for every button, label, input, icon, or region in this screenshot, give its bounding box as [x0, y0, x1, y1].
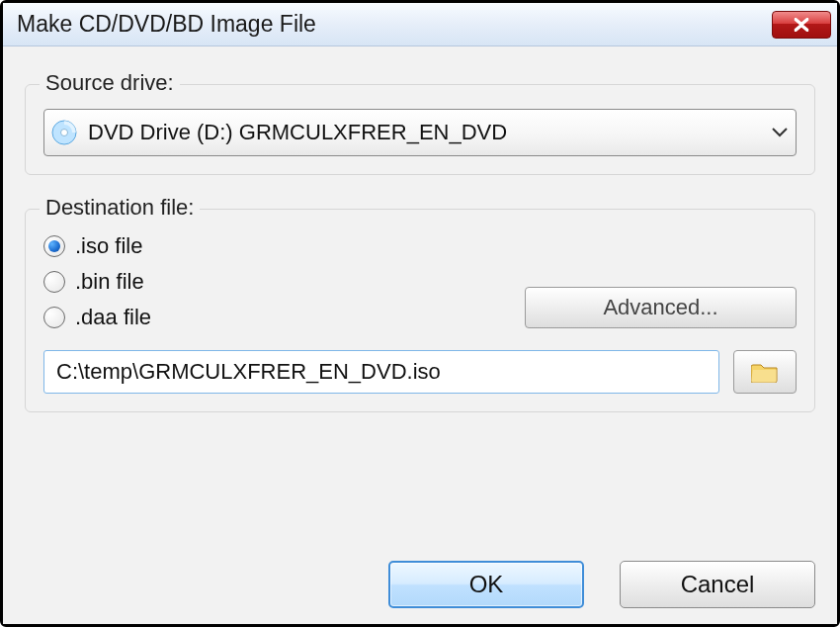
source-drive-group: Source drive: DVD Drive (D:) GRMCULXFRER…	[25, 84, 815, 175]
destination-path-row	[43, 350, 797, 394]
radio-daa[interactable]: .daa file	[43, 305, 509, 330]
destination-file-label: Destination file:	[40, 195, 200, 221]
radio-bin-label: .bin file	[75, 269, 144, 295]
dropdown-caret-icon	[772, 128, 788, 137]
client-area: Source drive: DVD Drive (D:) GRMCULXFRER…	[3, 46, 837, 624]
folder-icon	[751, 361, 779, 383]
radio-bin-input[interactable]	[43, 271, 65, 293]
title-bar: Make CD/DVD/BD Image File	[3, 3, 837, 46]
file-type-radios: .iso file .bin file .daa file	[43, 233, 509, 330]
radio-bin[interactable]: .bin file	[43, 269, 509, 295]
dialog-window: Make CD/DVD/BD Image File Source drive:	[0, 0, 840, 627]
destination-options-row: .iso file .bin file .daa file Advanced..…	[43, 233, 797, 330]
close-icon	[793, 18, 810, 32]
window-title: Make CD/DVD/BD Image File	[17, 11, 772, 38]
svg-point-1	[61, 130, 68, 136]
advanced-button-label: Advanced...	[603, 295, 717, 320]
radio-daa-label: .daa file	[75, 305, 151, 330]
ok-button-label: OK	[469, 571, 504, 598]
source-drive-combobox[interactable]: DVD Drive (D:) GRMCULXFRER_EN_DVD	[43, 109, 797, 156]
radio-iso[interactable]: .iso file	[43, 233, 509, 259]
radio-iso-input[interactable]	[43, 235, 65, 257]
radio-daa-input[interactable]	[43, 307, 65, 328]
destination-path-input[interactable]	[43, 350, 719, 394]
source-drive-label: Source drive:	[40, 70, 180, 96]
advanced-button[interactable]: Advanced...	[525, 287, 797, 328]
cancel-button-label: Cancel	[681, 571, 755, 598]
destination-file-group: Destination file: .iso file .bin file .d…	[25, 209, 815, 412]
close-button[interactable]	[772, 11, 831, 39]
radio-iso-label: .iso file	[75, 233, 142, 259]
browse-button[interactable]	[733, 350, 797, 394]
cancel-button[interactable]: Cancel	[620, 561, 815, 608]
ok-button[interactable]: OK	[388, 561, 584, 608]
disc-icon	[50, 119, 78, 146]
source-drive-value: DVD Drive (D:) GRMCULXFRER_EN_DVD	[88, 120, 764, 145]
dialog-footer: OK Cancel	[25, 541, 815, 608]
